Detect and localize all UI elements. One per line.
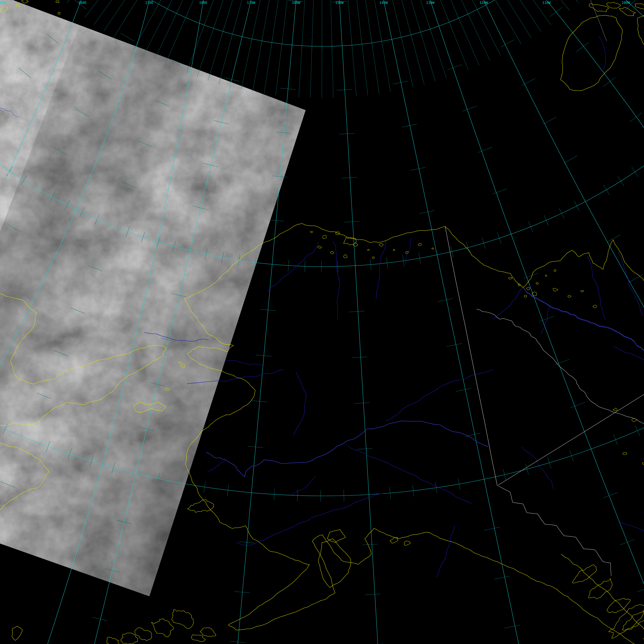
island <box>390 537 398 543</box>
river <box>385 370 493 421</box>
graticule-label-170e: 170E <box>145 1 153 5</box>
border-alaska-yukon-141w <box>445 226 497 485</box>
small-lake <box>593 305 597 308</box>
island <box>151 619 174 637</box>
river <box>437 526 455 577</box>
river <box>332 241 340 319</box>
graticule-label-180e: 180E <box>199 1 207 5</box>
satellite-map-viewport: 150E160E170E180E170W160W150W140W130W120W… <box>0 0 644 644</box>
island <box>606 2 621 8</box>
graticule-label-160e: 160E <box>78 1 87 5</box>
small-lake <box>613 408 617 411</box>
map-canvas[interactable]: 150E160E170E180E170W160W150W140W130W120W… <box>0 0 644 644</box>
satellite-swath-layer <box>0 0 434 644</box>
small-lake <box>323 235 326 239</box>
graticule-label-100w: 100W <box>622 1 630 5</box>
island <box>573 565 597 583</box>
island <box>22 0 28 3</box>
river <box>225 360 264 366</box>
small-lake <box>554 269 556 271</box>
island <box>107 637 120 644</box>
coast-st-matthew <box>12 626 23 640</box>
river <box>523 287 644 493</box>
small-lake <box>310 231 313 233</box>
island <box>635 4 644 9</box>
island <box>191 635 205 642</box>
small-lake <box>318 246 322 248</box>
coast-kodiak <box>318 539 351 588</box>
small-lake <box>418 243 421 246</box>
graticule-label-150e: 150E <box>0 1 6 5</box>
coast-banks-island <box>561 15 622 91</box>
river <box>618 522 644 564</box>
graticule-label-110w: 110W <box>542 1 551 5</box>
island <box>135 628 152 641</box>
coast-afognak <box>327 530 345 543</box>
small-lake <box>330 251 334 254</box>
island <box>622 609 644 630</box>
small-lake <box>581 290 584 292</box>
small-lake <box>536 283 539 285</box>
river <box>290 477 316 496</box>
coast-alaska-mainland <box>184 223 644 644</box>
island <box>56 1 59 3</box>
small-lake <box>524 295 527 297</box>
small-lake <box>642 463 644 465</box>
island <box>172 609 193 629</box>
meridian-150w <box>339 0 385 644</box>
graticule-label-120w: 120W <box>479 1 488 5</box>
graticule-label-130w: 130W <box>426 1 434 5</box>
political-borders-layer <box>445 0 644 576</box>
meridian-140w <box>384 0 546 644</box>
island <box>404 541 410 545</box>
island <box>58 12 60 14</box>
river <box>348 446 471 504</box>
coast-mainland-bc-edge <box>561 554 644 644</box>
small-lake <box>568 295 571 298</box>
river <box>493 287 523 319</box>
small-lake <box>368 249 369 251</box>
graticule-label-140w: 140W <box>379 1 388 5</box>
small-lake <box>393 249 395 251</box>
graticule-label-160w: 160W <box>292 1 300 5</box>
island <box>607 598 630 613</box>
graticule-label-170w: 170W <box>247 1 255 5</box>
island <box>200 628 216 637</box>
small-lake <box>406 251 408 253</box>
small-lake <box>379 243 383 246</box>
river <box>294 372 307 435</box>
small-lake <box>526 287 530 290</box>
border-victoria-split <box>591 0 607 41</box>
border-yukon-bc-panhandle <box>497 485 611 576</box>
small-lake <box>553 288 558 291</box>
river <box>206 421 488 477</box>
meridian-110w <box>546 0 644 330</box>
satellite-swath <box>0 0 434 644</box>
island <box>589 4 609 12</box>
island <box>344 238 356 245</box>
small-lake <box>545 275 547 276</box>
small-lake <box>432 248 434 249</box>
river <box>376 241 386 299</box>
graticule-label-150w: 150W <box>335 1 344 5</box>
small-lake <box>372 257 375 259</box>
border-divide-ragged <box>477 309 644 453</box>
river <box>618 252 643 316</box>
small-lake <box>343 255 347 258</box>
small-lake <box>623 452 627 455</box>
island <box>589 579 612 599</box>
island <box>619 7 635 16</box>
small-lake <box>508 277 512 279</box>
river <box>207 460 225 471</box>
meridian-100w <box>626 0 644 148</box>
meridian-130w <box>430 0 644 644</box>
river <box>599 36 606 72</box>
river <box>522 447 554 489</box>
river <box>587 256 605 319</box>
island <box>188 500 214 513</box>
river-second-bank <box>523 288 644 494</box>
river <box>613 346 644 366</box>
river <box>236 493 384 545</box>
border-straight-ne-border <box>498 314 644 485</box>
island <box>609 605 644 638</box>
